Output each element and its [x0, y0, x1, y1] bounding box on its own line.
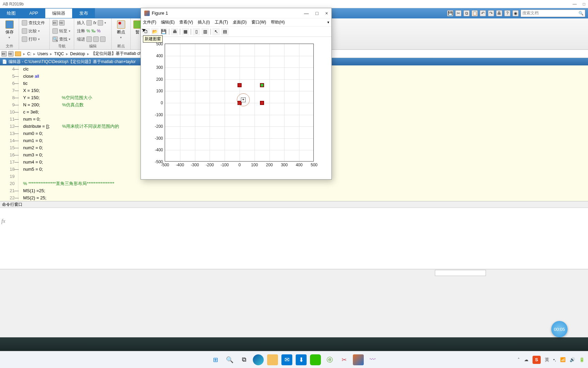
nav-back-button[interactable]: ⇦⇨: [52, 19, 71, 27]
battery-icon[interactable]: 🔋: [579, 357, 585, 362]
command-window[interactable]: fx: [0, 208, 588, 269]
figure-titlebar[interactable]: Figure 1 — □ ×: [141, 8, 331, 18]
help-icon[interactable]: ?: [504, 10, 510, 16]
mail-icon[interactable]: ✉: [281, 354, 292, 365]
redo-icon[interactable]: ↷: [488, 10, 494, 16]
back-icon[interactable]: ⇦: [1, 51, 7, 57]
menu-edit[interactable]: 编辑(E): [161, 19, 175, 25]
compare-button[interactable]: 比较▾: [22, 27, 47, 35]
file-icon: 📄: [2, 59, 7, 64]
quick-access-toolbar: 💾 ✂ ⧉ 📋 ↶ ↷ 🖶 ? ◉ 搜索文档 🔍: [444, 8, 588, 18]
search-docs-input[interactable]: 搜索文档 🔍: [521, 10, 585, 17]
window-minimize[interactable]: —: [573, 2, 577, 6]
app-title: AB R2019b: [3, 2, 23, 6]
figure-maximize[interactable]: □: [315, 11, 318, 16]
insert-button[interactable]: 插入 fx ▾: [77, 19, 109, 27]
copy-icon[interactable]: ⧉: [463, 10, 470, 16]
print-button[interactable]: 打印▾: [22, 35, 47, 43]
start-icon[interactable]: ⊞: [210, 354, 221, 365]
edit-group-label: 编辑: [74, 44, 111, 49]
app2-icon[interactable]: 〰: [367, 354, 378, 365]
system-tray: ˄ ☁ S 英 •, 📶 🔊 🔋: [518, 356, 585, 364]
taskview-icon[interactable]: ⧉: [239, 354, 249, 365]
link-icon[interactable]: ▦: [182, 28, 189, 35]
fwd-icon[interactable]: ⇨: [8, 51, 14, 57]
fx-prompt-icon: fx: [1, 218, 5, 224]
colorbar-icon[interactable]: ▥: [201, 28, 209, 35]
statusbar: [0, 269, 588, 276]
wifi-icon[interactable]: 📶: [560, 357, 566, 362]
legend-icon[interactable]: ▤: [221, 28, 229, 35]
command-window-title: 命令行窗口: [0, 201, 588, 208]
print-icon[interactable]: 🖶: [496, 10, 502, 16]
figure-title: Figure 1: [152, 11, 168, 16]
wechat-icon[interactable]: [310, 354, 321, 365]
timer-badge: 00:05: [551, 321, 568, 337]
nav-group-label: 导航: [50, 44, 74, 49]
login-icon[interactable]: ◉: [512, 10, 519, 16]
menu-help[interactable]: 帮助(H): [271, 19, 285, 25]
axes: -500-400-300-200-1000100200300400500-500…: [165, 44, 314, 162]
ime-logo-icon[interactable]: S: [533, 356, 541, 364]
menu-view[interactable]: 查看(V): [179, 19, 193, 25]
snip-icon[interactable]: ✂: [339, 354, 349, 365]
figure-window[interactable]: Figure 1 — □ × 文件(F) 编辑(E) 查看(V) 插入(I) 工…: [141, 8, 332, 180]
search-icon: 🔍: [578, 11, 584, 16]
tab-publish[interactable]: 发布: [72, 8, 95, 18]
breakpoint-button[interactable]: 断点 ▾: [114, 19, 128, 41]
edge-icon[interactable]: [253, 354, 264, 365]
save-button[interactable]: 保存 ▾: [3, 19, 16, 41]
window-maximize[interactable]: □: [583, 2, 585, 6]
figure-minimize[interactable]: —: [304, 11, 309, 16]
tray-up-icon[interactable]: ˄: [518, 357, 520, 362]
menu-desktop[interactable]: 桌面(D): [233, 19, 247, 25]
status-box: [435, 270, 486, 276]
matlab-icon[interactable]: [353, 354, 364, 365]
app-titlebar: AB R2019b — □: [0, 0, 588, 8]
menu-tools[interactable]: 工具(T): [215, 19, 228, 25]
save-icon[interactable]: 💾: [447, 10, 453, 16]
indent-button[interactable]: 缩进: [77, 35, 109, 43]
save-figure-icon[interactable]: 💾: [160, 28, 167, 35]
volume-icon[interactable]: 🔊: [570, 357, 575, 362]
browser-icon[interactable]: ⓔ: [324, 354, 335, 365]
cut-icon[interactable]: ✂: [455, 10, 461, 16]
figure-close[interactable]: ×: [325, 11, 328, 16]
find-files-button[interactable]: 查找文件: [22, 19, 47, 27]
ime-lang[interactable]: 英: [545, 357, 549, 363]
tab-plot[interactable]: 绘图: [0, 8, 22, 18]
print-figure-icon[interactable]: 🖶: [171, 28, 178, 35]
menu-window[interactable]: 窗口(W): [251, 19, 266, 25]
file-group-label: 文件: [0, 44, 19, 49]
explorer-icon[interactable]: [267, 354, 278, 365]
menu-more-icon[interactable]: ▾: [327, 20, 329, 25]
comment-button[interactable]: 注释 % ‰ %: [77, 27, 109, 35]
menu-insert[interactable]: 插入(I): [198, 19, 210, 25]
pause-button[interactable]: 暂: [133, 19, 141, 36]
menu-file[interactable]: 文件(F): [143, 19, 156, 25]
search-task-icon[interactable]: 🔍: [224, 354, 235, 365]
desktop-background: [0, 337, 588, 351]
find-button[interactable]: 🔍查找▾: [52, 35, 71, 43]
onedrive-icon[interactable]: ☁: [524, 357, 528, 362]
open-icon[interactable]: 📂: [151, 28, 159, 35]
matlab-logo-icon: [144, 11, 150, 16]
ime-dot-icon[interactable]: •,: [553, 357, 556, 362]
undo-icon[interactable]: ↶: [480, 10, 486, 16]
tab-app[interactable]: APP: [22, 8, 45, 18]
dock-icon[interactable]: ▯: [193, 28, 200, 35]
paste-icon[interactable]: 📋: [472, 10, 478, 16]
figure-menubar: 文件(F) 编辑(E) 查看(V) 插入(I) 工具(T) 桌面(D) 窗口(W…: [141, 18, 331, 27]
taskbar: ⊞ 🔍 ⧉ ✉ ⬇ ⓔ ✂ 〰 ˄ ☁ S 英 •, 📶 🔊 🔋: [0, 351, 588, 368]
goto-button[interactable]: 转至▾: [52, 27, 71, 35]
breakpoint-group-label: 断点: [112, 44, 130, 49]
tab-editor[interactable]: 编辑器: [45, 8, 72, 18]
figure-toolbar: ➤ 🗋 📂 💾 🖶 ▦ ▯ ▥ ↖ ▤ 新建图窗: [141, 27, 331, 37]
folder-icon[interactable]: [15, 51, 21, 56]
tooltip: 新建图窗: [143, 35, 163, 43]
pointer-icon[interactable]: ↖: [212, 28, 220, 35]
plot-area: -500-400-300-200-1000100200300400500-500…: [141, 37, 331, 179]
store-icon[interactable]: ⬇: [296, 354, 307, 365]
